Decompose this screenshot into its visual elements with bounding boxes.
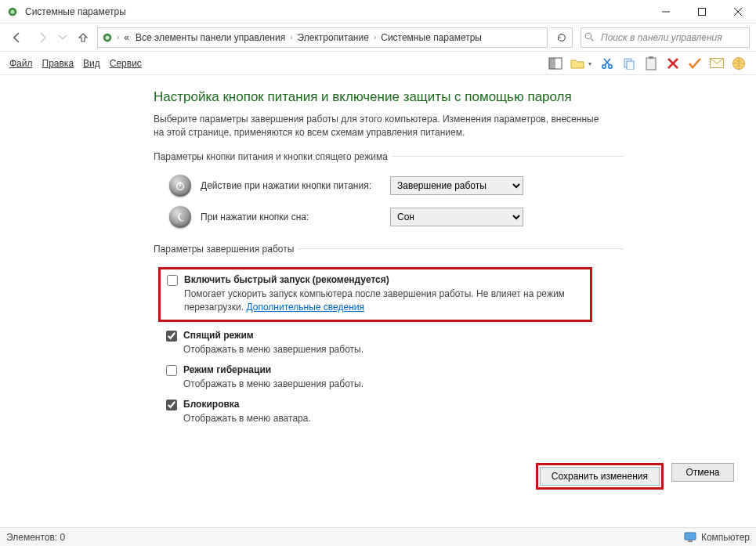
breadcrumb-seg-2[interactable]: Электропитание [296,32,371,43]
svg-line-14 [605,59,610,65]
cut-icon[interactable] [599,56,615,71]
chevron-right-icon: › [290,33,292,42]
option-sleep: Спящий режим Отображать в меню завершени… [163,327,592,361]
minimize-button[interactable] [648,0,684,24]
sleep-subtext: Отображать в меню завершения работы. [183,343,592,356]
group-power-legend: Параметры кнопки питания и кнопки спящег… [154,151,392,162]
svg-point-1 [10,9,14,13]
svg-rect-26 [685,533,696,540]
breadcrumb[interactable]: › « Все элементы панели управления › Эле… [97,27,548,48]
svg-rect-17 [627,61,634,70]
svg-point-7 [105,35,109,39]
status-bar: Элементов: 0 Компьютер [0,527,756,546]
checkbox-sleep[interactable] [166,331,177,342]
hibernate-subtext: Отображать в меню завершения работы. [183,378,592,391]
checkbox-fast-startup[interactable] [167,275,178,286]
group-shutdown-legend: Параметры завершения работы [154,244,298,255]
svg-rect-19 [649,56,653,59]
mail-icon[interactable] [709,56,725,71]
search-box[interactable] [581,27,750,48]
sleep-title: Спящий режим [183,330,254,341]
svg-line-9 [591,38,593,41]
option-lock: Блокировка Отображать в меню аватара. [163,396,592,430]
svg-line-15 [604,59,610,65]
chevron-right-icon: › [117,33,119,42]
close-button[interactable] [720,0,756,24]
window-title: Системные параметры [25,6,648,17]
globe-icon[interactable] [731,56,747,71]
page-title: Настройка кнопок питания и включение защ… [154,89,740,105]
save-button[interactable]: Сохранить изменения [540,467,660,486]
group-shutdown-params: Параметры завершения работы Включить быс… [154,244,624,435]
power-button-select[interactable]: Завершение работы [390,176,523,195]
refresh-button[interactable] [551,27,573,48]
menu-edit[interactable]: Правка [39,56,78,71]
chevron-right-icon: › [374,33,376,42]
lock-title: Блокировка [183,399,240,410]
power-icon [169,175,191,197]
maximize-button[interactable] [684,0,720,24]
lock-subtext: Отображать в меню аватара. [183,412,592,425]
button-row: Сохранить изменения Отмена [536,463,734,490]
search-input[interactable] [599,31,746,44]
menu-service[interactable]: Сервис [107,56,145,71]
delete-icon[interactable] [665,56,681,71]
recent-dropdown[interactable] [56,27,69,49]
menu-bar: Файл Правка Вид Сервис [6,56,145,71]
window-icon [6,5,19,18]
cancel-button[interactable]: Отмена [671,463,734,482]
folder-icon[interactable] [570,56,585,71]
status-location: Компьютер [684,532,750,543]
sleep-button-label: При нажатии кнопки сна: [201,212,381,222]
power-button-row: Действие при нажатии кнопки питания: Зав… [154,170,624,201]
breadcrumb-seg-1[interactable]: Все элементы панели управления [134,32,287,43]
option-hibernate: Режим гибернации Отображать в меню завер… [163,361,592,396]
back-button[interactable] [6,27,28,49]
search-icon [584,32,595,42]
navbar: › « Все элементы панели управления › Эле… [0,24,756,52]
option-fast-startup: Включить быстрый запуск (рекомендуется) … [158,267,592,323]
power-button-label: Действие при нажатии кнопки питания: [201,180,381,191]
check-icon[interactable] [687,56,703,71]
menu-file[interactable]: Файл [6,56,36,71]
status-item-count: Элементов: 0 [6,532,65,543]
group-power-buttons: Параметры кнопки питания и кнопки спящег… [154,151,624,237]
forward-button[interactable] [31,27,53,49]
window-controls [648,0,756,23]
menu-row: Файл Правка Вид Сервис [0,52,756,75]
breadcrumb-prefix[interactable]: « [122,32,131,43]
svg-rect-3 [699,9,706,16]
toolbar [548,56,750,71]
fast-startup-subtext: Помогает ускорить запуск компьютера посл… [184,287,584,314]
sleep-button-row: При нажатии кнопки сна: Сон [154,201,624,233]
computer-icon [684,532,696,543]
save-button-highlight: Сохранить изменения [536,463,664,490]
svg-rect-27 [688,541,693,542]
content-area: Настройка кнопок питания и включение защ… [0,75,756,524]
fast-startup-more-link[interactable]: Дополнительные сведения [246,302,364,313]
svg-rect-11 [549,58,555,69]
checkbox-hibernate[interactable] [166,365,177,376]
svg-point-8 [585,33,591,38]
copy-icon[interactable] [621,56,637,71]
menu-view[interactable]: Вид [80,56,103,71]
breadcrumb-seg-3[interactable]: Системные параметры [379,32,483,43]
fast-startup-title: Включить быстрый запуск (рекомендуется) [184,274,389,285]
paste-icon[interactable] [643,56,659,71]
titlebar: Системные параметры [0,0,756,24]
svg-rect-18 [646,58,656,70]
up-button[interactable] [72,27,94,49]
view-thumb-icon[interactable] [548,56,563,71]
checkbox-lock[interactable] [166,400,177,410]
page-description: Выберите параметры завершения работы для… [154,113,608,140]
sleep-button-select[interactable]: Сон [390,208,523,226]
sleep-icon [169,206,191,228]
control-panel-icon [101,31,114,44]
hibernate-title: Режим гибернации [183,364,271,375]
